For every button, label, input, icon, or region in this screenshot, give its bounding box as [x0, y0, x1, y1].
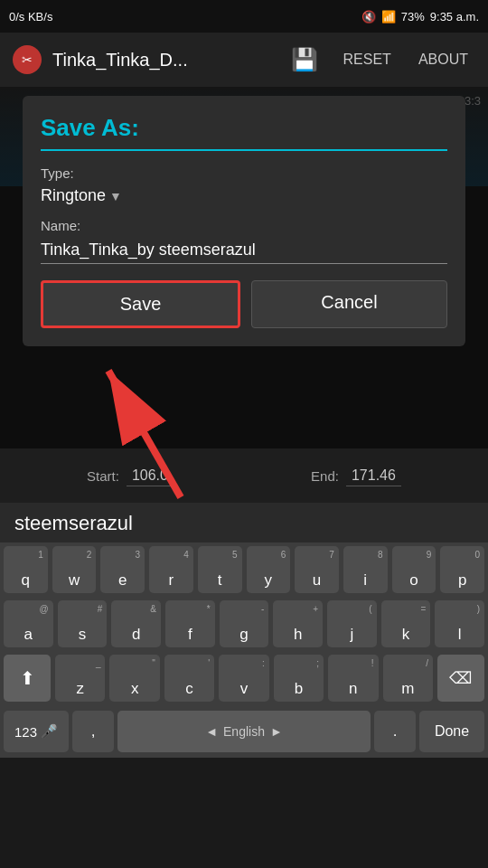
svg-text:✂: ✂: [22, 52, 33, 67]
key-k[interactable]: = k: [381, 600, 431, 647]
type-select-row[interactable]: Ringtone ▼: [41, 186, 447, 205]
keyboard-row-1: 1 q 2 w 3 e 4 r 5 t 6 y 7 u 8 i: [0, 542, 488, 597]
key-p[interactable]: 0 p: [440, 546, 484, 593]
keyboard-bottom-row: 123 🎤 , ◄ English ► . Done: [0, 705, 488, 758]
key-h[interactable]: + h: [273, 600, 323, 647]
controls-area: Start: 106.0 End: 171.46: [0, 448, 488, 503]
end-value[interactable]: 171.46: [346, 466, 401, 486]
key-u[interactable]: 7 u: [295, 546, 339, 593]
key-x[interactable]: " x: [109, 655, 159, 702]
status-right: 🔇 📶 73% 9:35 a.m.: [361, 10, 479, 24]
app-title: Tinka_Tinka_D...: [52, 50, 275, 71]
about-button[interactable]: ABOUT: [409, 48, 477, 71]
app-bar: ✂ Tinka_Tinka_D... 💾 RESET ABOUT: [0, 33, 488, 87]
autocomplete-suggestion[interactable]: steemserazul: [14, 512, 133, 534]
key-y[interactable]: 6 y: [247, 546, 291, 593]
dropdown-arrow-icon: ▼: [109, 189, 122, 203]
key-l[interactable]: ) l: [435, 600, 484, 647]
numbers-key[interactable]: 123 🎤: [4, 711, 69, 752]
dialog-title: Save As:: [41, 114, 447, 151]
key-e[interactable]: 3 e: [100, 546, 145, 593]
space-left-arrow-icon: ◄: [205, 724, 218, 739]
key-j[interactable]: ( j: [327, 600, 377, 647]
numbers-label: 123: [14, 724, 37, 740]
data-speed: 0/s KB/s: [9, 10, 52, 24]
name-input[interactable]: [41, 237, 447, 264]
key-n[interactable]: ! n: [328, 655, 378, 702]
end-control: End: 171.46: [311, 466, 401, 486]
start-control: Start: 106.0: [87, 466, 174, 486]
keyboard[interactable]: 1 q 2 w 3 e 4 r 5 t 6 y 7 u 8 i: [0, 542, 488, 758]
start-label: Start:: [87, 468, 119, 484]
end-label: End:: [311, 468, 339, 484]
dialog-buttons: Save Cancel: [41, 280, 447, 328]
shift-key[interactable]: ⬆: [4, 655, 51, 702]
key-s[interactable]: # s: [58, 600, 108, 647]
cancel-button[interactable]: Cancel: [251, 280, 447, 328]
space-right-arrow-icon: ►: [270, 724, 283, 739]
language-label: English: [223, 724, 265, 739]
done-key[interactable]: Done: [419, 711, 484, 752]
reset-button[interactable]: RESET: [334, 48, 400, 71]
app-logo-icon: ✂: [11, 43, 43, 76]
space-key[interactable]: ◄ English ►: [117, 711, 371, 752]
save-button[interactable]: Save: [41, 280, 240, 328]
start-value[interactable]: 106.0: [127, 466, 174, 486]
key-r[interactable]: 4 r: [149, 546, 193, 593]
key-o[interactable]: 9 o: [392, 546, 436, 593]
key-q[interactable]: 1 q: [4, 546, 48, 593]
save-dialog: Save As: Type: Ringtone ▼ Name: Save Can…: [23, 96, 465, 346]
mic-icon: 🎤: [41, 723, 58, 740]
battery-text: 73%: [401, 10, 425, 24]
name-label: Name:: [41, 218, 447, 233]
comma-key[interactable]: ,: [72, 711, 114, 752]
period-key[interactable]: .: [374, 711, 416, 752]
key-m[interactable]: / m: [383, 655, 433, 702]
key-a[interactable]: @ a: [4, 600, 53, 647]
type-value: Ringtone: [41, 186, 106, 205]
key-t[interactable]: 5 t: [198, 546, 242, 593]
keyboard-row-2: @ a # s & d * f - g + h ( j = k: [0, 597, 488, 651]
mute-icon: 🔇: [361, 10, 376, 24]
key-d[interactable]: & d: [111, 600, 161, 647]
key-w[interactable]: 2 w: [52, 546, 97, 593]
signal-icon: 📶: [381, 10, 396, 24]
status-bar: 0/s KB/s 🔇 📶 73% 9:35 a.m.: [0, 0, 488, 33]
key-z[interactable]: _ z: [55, 655, 105, 702]
backspace-key[interactable]: ⌫: [437, 655, 484, 702]
key-g[interactable]: - g: [220, 600, 269, 647]
status-left: 0/s KB/s: [9, 10, 52, 24]
autocomplete-bar[interactable]: steemserazul: [0, 503, 488, 545]
type-label: Type:: [41, 165, 447, 181]
key-f[interactable]: * f: [165, 600, 215, 647]
dialog-overlay: Save As: Type: Ringtone ▼ Name: Save Can…: [0, 87, 488, 448]
key-i[interactable]: 8 i: [343, 546, 388, 593]
keyboard-row-3: ⬆ _ z " x ' c : v ; b ! n / m ⌫: [0, 651, 488, 705]
time-display: 9:35 a.m.: [430, 10, 479, 24]
save-icon[interactable]: 💾: [284, 43, 325, 76]
key-v[interactable]: : v: [219, 655, 268, 702]
key-c[interactable]: ' c: [164, 655, 214, 702]
key-b[interactable]: ; b: [274, 655, 324, 702]
